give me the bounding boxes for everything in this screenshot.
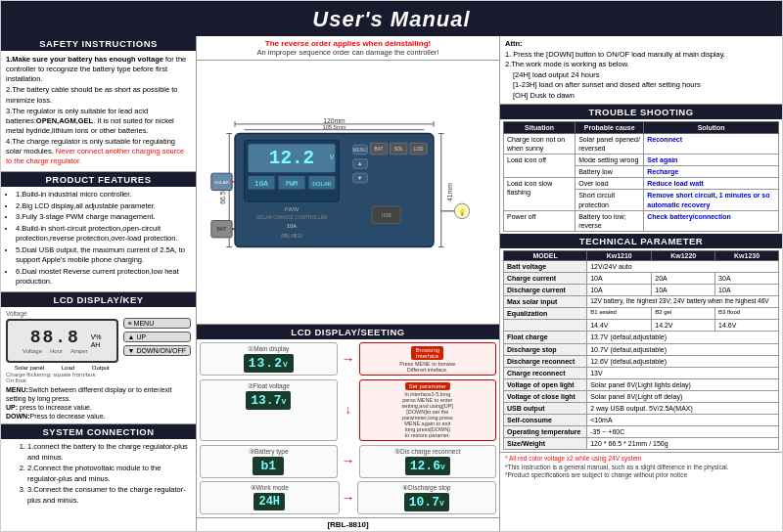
svg-text:PWM: PWM — [285, 180, 297, 188]
label-load: Load — [62, 365, 74, 371]
safety-item-4: 4.The charge regulator is only suitable … — [6, 137, 191, 166]
panel-set-param: Set parameter In interface2-5,longperss … — [359, 379, 497, 441]
warning-title: The reverse order applies when deinstall… — [202, 39, 494, 48]
svg-text:V: V — [329, 154, 334, 160]
device-svg: 120mm 105.5mm 66.5mm 41mm — [207, 116, 490, 268]
tech-val-float: 13.7V (defaul,adjustable) — [587, 332, 779, 343]
svg-text:RBL-8810: RBL-8810 — [281, 234, 302, 239]
sys-conn-3: 3.Connect the consumer to the charge reg… — [27, 485, 191, 506]
trouble-sol-4: Reduce load watt — [644, 178, 779, 190]
svg-text:▲: ▲ — [356, 160, 362, 166]
arrow-right-3: → — [342, 481, 355, 514]
tech-row-temp: Operating temperature -35 ~ +60C — [504, 426, 779, 438]
panel-float-label: ②Float voltage — [248, 382, 290, 390]
warning-box: The reverse order applies when deinstall… — [197, 36, 499, 61]
trouble-row-2: Load icon off Mode setting wrong Set aga… — [504, 155, 779, 166]
page-title: User's Manual — [1, 1, 782, 36]
panel-main-value: 13.2V — [244, 354, 294, 373]
lcd-label-hour: Hour — [50, 348, 63, 354]
tech-label-size: Size/Weight — [504, 438, 587, 450]
product-header: PRODUCT FEATURES — [1, 172, 196, 187]
browsing-desc: Press MENE to browseDifferert inteface. — [399, 361, 455, 373]
tech-val-dis-1: 10A — [587, 285, 652, 296]
system-connection-header: SYSTEM CONNECTION — [1, 424, 196, 439]
tech-val-equal-2: B2 gel — [652, 308, 715, 320]
panel-main-display: ①Main display 13.2V — [200, 342, 338, 376]
panel-dis-reconnect-value: 12.6V — [405, 457, 450, 475]
tech-val-dis-recon: 12.6V (defaul,adjustable) — [587, 355, 779, 367]
trouble-cause-3: Battery low — [576, 166, 644, 178]
trouble-sol-6: Check battery/connection — [644, 210, 779, 231]
lcd-key-header: LCD DISPLAY/KEY — [1, 292, 196, 307]
system-connection-content: 1.connect the battery to the charge regu… — [1, 439, 196, 510]
arrow-down-1: ↓ — [340, 377, 357, 441]
trouble-cause-1: Solar panel opened/ reversed — [576, 134, 644, 155]
trouble-sol-1: Reconnect — [644, 134, 779, 155]
tech-table-wrapper: MODEL Kw1210 Kw1220 Kw1230 Batt voltage … — [500, 248, 782, 453]
feature-6: 6.Dual mostet Reverse current protection… — [16, 267, 191, 288]
tech-row-charge: Charge current 10A 20A 30A — [504, 272, 779, 284]
panel-float-voltage: ②Float voltage 13.7V — [200, 379, 338, 441]
svg-text:BAT: BAT — [216, 226, 227, 232]
svg-text:41mm: 41mm — [446, 183, 453, 201]
tech-val-chg-recon: 13V — [587, 367, 779, 378]
rbl-label: [RBL-8810] — [197, 517, 499, 531]
tech-val-equal-3: B3 flood — [715, 308, 779, 320]
tech-val-solar: 12V battery, the highest 23V; 24V batter… — [587, 296, 779, 308]
tech-val-close-light: Solar panel 8V(Light off delay) — [587, 390, 779, 402]
trouble-sol-5: Remove short circuit, 1 minutes or so au… — [644, 190, 779, 210]
svg-text:LOD: LOD — [413, 147, 423, 152]
svg-text:12.2: 12.2 — [268, 149, 313, 170]
trouble-sol-2: Set again — [644, 155, 779, 166]
up-button[interactable]: ▲ UP — [123, 332, 191, 342]
device-diagram: 120mm 105.5mm 66.5mm 41mm — [197, 61, 499, 325]
svg-text:10A: 10A — [286, 223, 297, 229]
label-on-float: On:float — [6, 377, 118, 383]
panel-bat-label: ③Battery type — [249, 448, 289, 456]
tech-label-equal: Equalization — [504, 308, 587, 320]
sys-conn-2: 2.Connect the photovoltaic module to the… — [27, 464, 191, 484]
tech-col-kw1220: Kw1220 — [652, 250, 715, 260]
panel-discharge-reconnect: ⑤Dis charge reconnect 12.6V — [359, 445, 497, 478]
system-connection-section: SYSTEM CONNECTION 1.connect the battery … — [1, 423, 196, 510]
product-section: PRODUCT FEATURES 1.Build-in industrial m… — [1, 171, 196, 291]
tech-row-float: Float charge 13.7V (defaul,adjustable) — [504, 332, 779, 343]
trouble-row-4: Load icon slow flashing Over load Reduce… — [504, 178, 779, 190]
tech-val-dis-stop: 10.7V (defaul,adjustable) — [587, 343, 779, 355]
panel-browsing: BrowsingInterface Press MENE to browseDi… — [359, 342, 497, 376]
up-desc-text: UP: press to increase value. — [6, 403, 191, 412]
trouble-sol-3: Recharge — [644, 166, 779, 178]
panel-float-value: 13.7V — [246, 391, 291, 410]
trouble-table: Situation Probable cause Solution Charge… — [503, 121, 779, 232]
tech-label-close-light: Voltage of close light — [504, 390, 587, 402]
tech-val-self: <10mA — [587, 415, 779, 426]
product-features: 1.Build-in industrial micro controller. … — [1, 187, 196, 291]
feature-2: 2.Big LCD display,all adjustable paramet… — [16, 201, 191, 212]
down-button[interactable]: ▼ DOWN/ON/OFF — [123, 345, 191, 356]
down-desc-text: DOWN:Press to decrease value. — [6, 412, 191, 421]
tech-row-dis-stop: Discharge stop 10.7V (defaul,adjustable) — [504, 343, 779, 355]
attn-item-1: 1. Press the [DOWN] button to ON/OF load… — [505, 50, 777, 61]
trouble-cause-4: Over load — [576, 178, 644, 190]
panel-dis-reconnect-label: ⑤Dis charge reconnect — [394, 448, 460, 456]
arrow-right-1: → — [340, 342, 357, 376]
lcd-setting-section: LCD DISPLAY/SEETING ①Main display 13.2V … — [197, 325, 499, 531]
tech-label-dis-stop: Discharge stop — [504, 343, 587, 355]
safety-header: SAFETY INSTRUCTIONS — [1, 36, 196, 51]
tech-val-equal-1: B1 sealed — [587, 308, 652, 320]
svg-text:▼: ▼ — [356, 175, 362, 181]
tech-val-eq-2: 14.2V — [652, 320, 715, 332]
trouble-section: TROUBLE SHOOTING Situation Probable caus… — [500, 105, 782, 234]
attn-section: Attn: 1. Press the [DOWN] button to ON/O… — [500, 36, 782, 105]
svg-text:BAT: BAT — [374, 147, 383, 152]
trouble-sit-6: Power off — [504, 210, 576, 231]
warning-subtitle: An improper sequence order can damage th… — [202, 48, 494, 57]
footnote-2: *This Instruction is a general manual, s… — [505, 464, 777, 471]
tech-row-open-light: Voltage of open light Solar panel 6V(Lig… — [504, 378, 779, 390]
svg-text:USB: USB — [381, 213, 391, 218]
tech-label-dis-recon: Discharge reconnect — [504, 355, 587, 367]
menu-button[interactable]: ≡ MENU — [123, 318, 191, 329]
safety-item-2: 2.The battery cable should be as short a… — [6, 85, 191, 105]
trouble-sit-2: Load icon off — [504, 155, 576, 178]
trouble-cause-5: Short circuit protection — [576, 190, 644, 210]
